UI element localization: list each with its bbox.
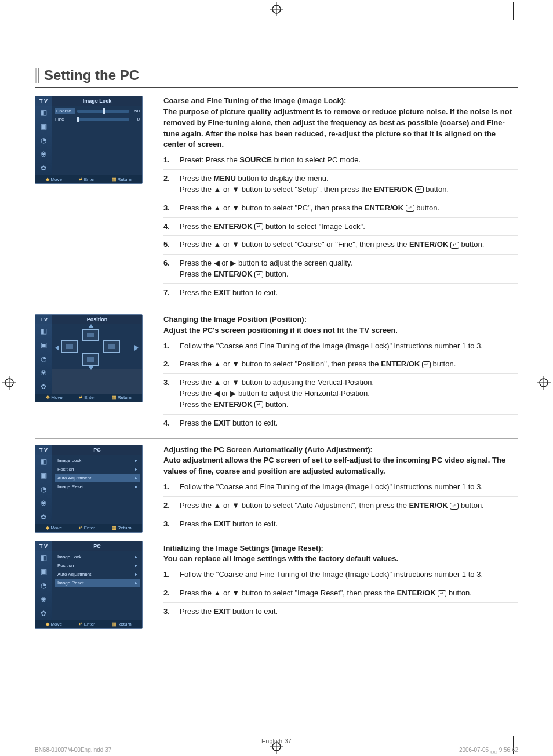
timestamp: 2006-07-05 ␣␣ 9:56:42 bbox=[459, 747, 518, 753]
step-item: Press the ▲ or ▼ button to select "Auto … bbox=[163, 500, 518, 515]
divider bbox=[163, 537, 518, 537]
step-list: Follow the "Coarse and Fine Tuning of th… bbox=[163, 482, 518, 533]
slider-bar bbox=[77, 118, 129, 121]
slider-value: 0 bbox=[132, 117, 140, 122]
arrow-left-icon bbox=[55, 345, 59, 351]
menu-row: Image Lock▸ bbox=[55, 457, 140, 464]
menu-label: Image Reset bbox=[57, 484, 83, 489]
page-footer: English-37 bbox=[0, 737, 553, 744]
step-item: Press the ▲ or ▼ button to select "Posit… bbox=[163, 359, 518, 374]
tv-main: Image Lock▸Position▸Auto Adjustment▸Imag… bbox=[52, 455, 142, 524]
step-item: Press the ▲ or ▼ button to adjusting the… bbox=[163, 377, 518, 415]
step-item: Preset: Press the SOURCE button to selec… bbox=[163, 155, 518, 170]
chevron-right-icon: ▸ bbox=[135, 580, 137, 586]
tv-label: T V bbox=[35, 96, 52, 106]
tv-icon: ✿ bbox=[39, 164, 48, 172]
menu-row: Position▸ bbox=[55, 466, 140, 473]
step-item: Press the ENTER/OK ↵ button to select "I… bbox=[163, 221, 518, 237]
chevron-right-icon: ▸ bbox=[135, 572, 137, 577]
registration-mark-icon bbox=[270, 2, 283, 16]
registration-mark-icon bbox=[2, 376, 16, 390]
menu-label: Image Lock bbox=[57, 554, 81, 559]
menu-row: Image Lock▸ bbox=[55, 553, 140, 561]
tv-icon: ◧ bbox=[39, 327, 48, 335]
page-title: Setting the PC bbox=[44, 67, 139, 83]
step-item: Press the EXIT button to exit. bbox=[163, 606, 518, 621]
footer-label: Return bbox=[118, 621, 132, 627]
return-icon: ▥ bbox=[112, 621, 117, 627]
tv-screenshot-image-lock: T V Image Lock ◧ ▣ ◔ ❀ ✿ Coarse50Fine0 bbox=[35, 96, 143, 184]
chevron-right-icon: ▸ bbox=[135, 467, 137, 472]
divider bbox=[35, 308, 518, 308]
move-icon: ◆ bbox=[46, 177, 49, 182]
tv-icon: ◔ bbox=[39, 136, 48, 144]
menu-label: Image Reset bbox=[57, 580, 83, 586]
step-list: Follow the "Coarse and Fine Tuning of th… bbox=[163, 341, 518, 432]
step-item: Press the MENU button to display the men… bbox=[163, 173, 518, 199]
step-list: Preset: Press the SOURCE button to selec… bbox=[163, 155, 518, 302]
tv-icon: ✿ bbox=[39, 609, 48, 617]
tv-icon: ▣ bbox=[39, 122, 48, 130]
enter-icon: ↵ bbox=[79, 621, 83, 627]
enter-icon: ↵ bbox=[450, 242, 459, 249]
title-block: Setting the PC bbox=[35, 67, 518, 83]
section-auto-adjust: T V PC ◧ ▣ ◔ ❀ ✿ Image Lock▸Position▸Aut… bbox=[35, 445, 518, 637]
tv-icon: ◧ bbox=[39, 457, 48, 466]
position-box bbox=[103, 340, 120, 353]
footer-label: Return bbox=[118, 395, 132, 400]
tv-icon: ▣ bbox=[39, 341, 48, 349]
tv-label: T V bbox=[35, 315, 52, 324]
tv-icon: ◧ bbox=[39, 554, 48, 562]
menu-row: Auto Adjustment▸ bbox=[55, 474, 140, 482]
tv-icon: ◔ bbox=[39, 485, 48, 493]
tv-footer: ◆Move ↵Enter ▥Return bbox=[35, 524, 142, 532]
page: Setting the PC T V Image Lock ◧ ▣ ◔ ❀ bbox=[0, 0, 553, 756]
tv-main-position bbox=[52, 324, 142, 369]
step-item: Press the EXIT button to exit. bbox=[163, 519, 518, 533]
slider-row: Coarse50 bbox=[55, 108, 140, 114]
tv-title: PC bbox=[52, 541, 142, 551]
tv-icon: ❀ bbox=[39, 369, 48, 377]
enter-icon: ↵ bbox=[254, 223, 263, 230]
menu-row: Position▸ bbox=[55, 562, 140, 569]
tv-icon: ◧ bbox=[39, 108, 48, 117]
chevron-right-icon: ▸ bbox=[135, 554, 137, 559]
divider bbox=[35, 438, 518, 439]
step-item: Follow the "Coarse and Fine Tuning of th… bbox=[163, 482, 518, 497]
menu-row: Image Reset▸ bbox=[55, 579, 140, 587]
enter-icon: ↵ bbox=[438, 590, 446, 597]
tv-icon: ❀ bbox=[39, 499, 48, 507]
footer-label: Enter bbox=[84, 395, 95, 400]
menu-row: Auto Adjustment▸ bbox=[55, 570, 140, 578]
menu-label: Position bbox=[57, 563, 74, 568]
content: Setting the PC T V Image Lock ◧ ▣ ◔ ❀ bbox=[35, 67, 518, 637]
enter-icon: ↵ bbox=[450, 503, 459, 510]
move-icon: ◆ bbox=[46, 525, 49, 530]
enter-icon: ↵ bbox=[254, 401, 263, 408]
enter-icon: ↵ bbox=[422, 361, 431, 368]
tv-label: T V bbox=[35, 541, 52, 551]
tv-screenshot-pc-auto: T V PC ◧ ▣ ◔ ❀ ✿ Image Lock▸Position▸Aut… bbox=[35, 445, 143, 533]
tv-icon: ❀ bbox=[39, 150, 48, 158]
step-item: Press the EXIT button to exit. bbox=[163, 418, 518, 432]
tv-main: Image Lock▸Position▸Auto Adjustment▸Imag… bbox=[52, 551, 142, 620]
section-heading: Coarse and Fine Tuning of the Image (Ima… bbox=[163, 96, 518, 150]
step-item: Follow the "Coarse and Fine Tuning of th… bbox=[163, 341, 518, 356]
step-item: Press the ◀ or ▶ button to adjust the sc… bbox=[163, 258, 518, 284]
tv-footer: ◆Move ↵Enter ▥Return bbox=[35, 620, 142, 628]
section-heading: Initializing the Image Settings (Image R… bbox=[163, 543, 518, 565]
tv-title: PC bbox=[52, 445, 142, 455]
chevron-right-icon: ▸ bbox=[135, 563, 137, 568]
tv-side-icons: ◧ ▣ ◔ ❀ ✿ bbox=[35, 455, 52, 524]
tv-side-icons: ◧ ▣ ◔ ❀ ✿ bbox=[35, 551, 52, 620]
divider bbox=[35, 87, 518, 88]
slider-handle bbox=[77, 117, 79, 122]
tv-screenshot-pc-reset: T V PC ◧ ▣ ◔ ❀ ✿ Image Lock▸Position▸Aut… bbox=[35, 541, 143, 629]
chevron-right-icon: ▸ bbox=[135, 484, 137, 489]
section-position: T V Position ◧ ▣ ◔ ❀ ✿ bbox=[35, 314, 518, 432]
tv-side-icons: ◧ ▣ ◔ ❀ ✿ bbox=[35, 324, 52, 394]
footer-label: Move bbox=[50, 177, 62, 182]
step-list: Follow the "Coarse and Fine Tuning of th… bbox=[163, 569, 518, 621]
footer-label: Move bbox=[50, 621, 62, 627]
enter-icon: ↵ bbox=[406, 205, 414, 212]
